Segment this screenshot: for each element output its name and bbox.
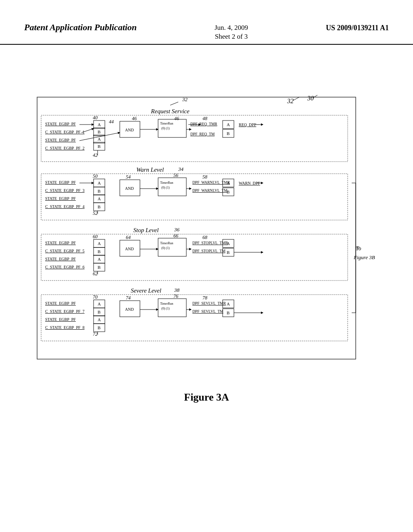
- svg-text:REQ_DPF: REQ_DPF: [239, 123, 257, 127]
- svg-text:DPF_SEVLVL_TMR: DPF_SEVLVL_TMR: [192, 301, 226, 305]
- svg-text:DPF_SEVLVL_TM: DPF_SEVLVL_TM: [192, 310, 223, 314]
- svg-text:DPF_STOPLVL_TM: DPF_STOPLVL_TM: [192, 249, 225, 253]
- svg-text:A: A: [98, 301, 101, 306]
- svg-text:STATE_EGBP_PF: STATE_EGBP_PF: [45, 241, 76, 245]
- svg-text:32: 32: [287, 98, 294, 104]
- svg-text:C_STATE_EGBP_PF_3: C_STATE_EGBP_PF_3: [45, 188, 85, 193]
- svg-text:DPF_WARNLVL_TM: DPF_WARNLVL_TM: [192, 189, 227, 193]
- svg-text:B: B: [227, 310, 229, 315]
- svg-text:B: B: [98, 129, 100, 134]
- svg-text:A: A: [227, 122, 230, 127]
- svg-text:Stop Level: Stop Level: [133, 227, 159, 233]
- svg-text:STATE_EGBP_PF: STATE_EGBP_PF: [45, 301, 76, 305]
- svg-text:AND: AND: [125, 128, 134, 132]
- svg-text:C_STATE_EGBP_PF_2: C_STATE_EGBP_PF_2: [45, 146, 85, 150]
- publication-title: Patent Application Publication: [24, 22, 137, 33]
- svg-text:48: 48: [202, 116, 207, 121]
- svg-text:DPF_REQ_TMR: DPF_REQ_TMR: [190, 122, 217, 126]
- svg-text:STATE_EGBP_PF: STATE_EGBP_PF: [45, 257, 76, 261]
- svg-text:A: A: [227, 241, 230, 246]
- svg-text:B: B: [227, 189, 229, 194]
- diagram-area: 32 30 Request Service 32 STATE_EGBP_PF A…: [24, 93, 389, 375]
- svg-text:B: B: [98, 249, 100, 254]
- svg-text:AND: AND: [125, 186, 134, 191]
- svg-text:AND: AND: [125, 247, 134, 251]
- header-center: Jun. 4, 2009 Sheet 2 of 3: [215, 22, 248, 41]
- svg-text:C_STATE_EGBP_PF_1: C_STATE_EGBP_PF_1: [45, 130, 85, 134]
- svg-text:C_STATE_EGBP_PF_8: C_STATE_EGBP_PF_8: [45, 325, 85, 330]
- svg-text:B: B: [227, 250, 229, 255]
- svg-text:54: 54: [126, 174, 131, 180]
- svg-text:30: 30: [307, 95, 314, 102]
- svg-text:A: A: [98, 317, 101, 322]
- svg-text:B: B: [98, 265, 100, 270]
- svg-text:A: A: [98, 181, 101, 185]
- svg-text:TimerRun: TimerRun: [160, 122, 173, 125]
- svg-text:64: 64: [126, 235, 131, 240]
- svg-text:36: 36: [174, 227, 180, 233]
- svg-text:To: To: [356, 245, 361, 251]
- svg-text:60: 60: [93, 234, 98, 239]
- figure-label-text: Figure 3A: [184, 391, 229, 403]
- svg-text:AND: AND: [125, 307, 134, 312]
- svg-text:STATE_EGBP_PF: STATE_EGBP_PF: [45, 122, 76, 126]
- svg-text:DPF_REQ_TM: DPF_REQ_TM: [190, 132, 215, 136]
- svg-text:A: A: [98, 137, 101, 141]
- svg-text:STATE_EGBP_PF: STATE_EGBP_PF: [45, 317, 76, 322]
- svg-text:C_STATE_EGBP_PF_7: C_STATE_EGBP_PF_7: [45, 309, 85, 314]
- header-sheet: Sheet 2 of 3: [215, 33, 248, 41]
- svg-text:DPF_STOPLVL_TMR: DPF_STOPLVL_TMR: [192, 241, 228, 245]
- svg-line-2: [293, 97, 299, 100]
- svg-text:C_STATE_EGBP_PF_5: C_STATE_EGBP_PF_5: [45, 249, 85, 253]
- svg-text:B: B: [98, 325, 100, 330]
- svg-text:TimerRun: TimerRun: [160, 181, 173, 185]
- svg-text:(0)  (1): (0) (1): [161, 246, 170, 250]
- svg-text:B: B: [98, 204, 100, 209]
- svg-text:A: A: [98, 257, 101, 262]
- svg-text:B: B: [98, 310, 100, 314]
- svg-text:(0)  (1): (0) (1): [161, 186, 170, 189]
- svg-text:52: 52: [93, 210, 98, 216]
- svg-text:Request Service: Request Service: [150, 108, 190, 114]
- svg-rect-0: [37, 97, 356, 359]
- svg-text:44: 44: [109, 119, 114, 125]
- svg-text:Warn Level: Warn Level: [136, 166, 164, 173]
- svg-text:72: 72: [93, 331, 98, 337]
- svg-text:C_STATE_EGBP_PF_4: C_STATE_EGBP_PF_4: [45, 204, 85, 209]
- svg-text:58: 58: [202, 174, 207, 180]
- page-header: Patent Application Publication Jun. 4, 2…: [0, 0, 413, 45]
- svg-text:38: 38: [174, 287, 180, 293]
- svg-text:STATE_EGBP_PF: STATE_EGBP_PF: [45, 180, 76, 185]
- svg-text:B: B: [98, 144, 100, 149]
- svg-text:46: 46: [174, 116, 179, 121]
- page: Patent Application Publication Jun. 4, 2…: [0, 0, 413, 532]
- svg-text:STATE_EGBP_PF: STATE_EGBP_PF: [45, 138, 76, 142]
- svg-text:42: 42: [93, 152, 98, 158]
- svg-text:62: 62: [93, 271, 98, 276]
- svg-text:50: 50: [93, 173, 98, 179]
- svg-text:56: 56: [173, 172, 178, 178]
- svg-text:34: 34: [178, 166, 184, 172]
- svg-text:TimerRun: TimerRun: [160, 241, 173, 245]
- svg-text:Figure 3B: Figure 3B: [353, 254, 375, 260]
- svg-text:46: 46: [132, 116, 137, 121]
- svg-text:A: A: [98, 196, 101, 201]
- patent-number: US 2009/0139211 A1: [326, 22, 389, 32]
- svg-line-6: [170, 102, 178, 105]
- figure-label: Figure 3A: [0, 391, 413, 403]
- svg-text:66: 66: [173, 233, 178, 239]
- svg-text:(0)  (1): (0) (1): [161, 307, 170, 310]
- svg-text:A: A: [98, 241, 101, 246]
- svg-text:A: A: [227, 301, 230, 306]
- svg-text:32: 32: [182, 96, 188, 102]
- svg-text:Severe Level: Severe Level: [131, 287, 161, 294]
- svg-text:STATE_EGBP_PF: STATE_EGBP_PF: [45, 196, 76, 201]
- svg-text:C_STATE_EGBP_PF_6: C_STATE_EGBP_PF_6: [45, 265, 85, 269]
- svg-text:40: 40: [93, 115, 98, 121]
- svg-text:70: 70: [93, 294, 98, 300]
- patent-diagram: 32 30 Request Service 32 STATE_EGBP_PF A…: [33, 93, 380, 375]
- svg-text:68: 68: [202, 235, 207, 240]
- svg-text:A: A: [227, 181, 230, 185]
- svg-text:78: 78: [202, 295, 207, 301]
- svg-text:B: B: [98, 189, 100, 193]
